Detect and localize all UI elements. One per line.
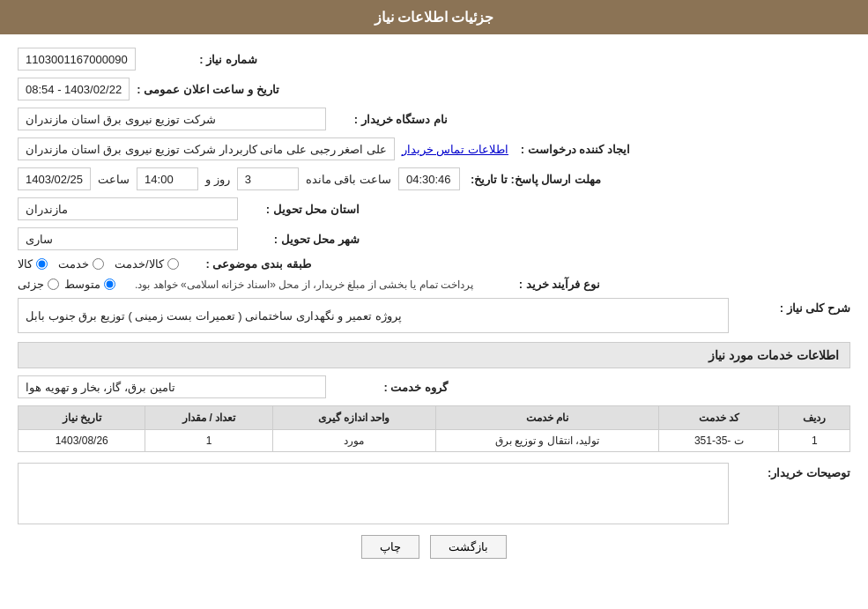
deadline-days-value: 3: [237, 167, 299, 190]
process-medium[interactable]: متوسط: [64, 278, 115, 291]
category-khidmat-label: خدمت: [58, 257, 89, 271]
services-table: ردیف کد خدمت نام خدمت واحد اندازه گیری ت…: [18, 405, 850, 452]
need-description-row: شرح کلی نیاز : پروژه تعمیر و نگهداری ساخ…: [18, 298, 850, 333]
col-code: کد خدمت: [659, 406, 779, 430]
cell-date: 1403/08/26: [19, 430, 145, 452]
service-group-row: گروه خدمت : تامین برق، گاز، بخار و تهویه…: [18, 375, 850, 398]
deadline-time-value: 14:00: [137, 167, 198, 190]
day-label: روز و: [205, 173, 230, 186]
col-row: ردیف: [779, 406, 850, 430]
buyer-row: نام دستگاه خریدار : شرکت توزیع نیروی برق…: [18, 108, 850, 130]
category-row: طبقه بندی موضوعی : کالا/خدمت خدمت کالا: [18, 257, 850, 271]
deadline-label: مهلت ارسال پاسخ: تا تاریخ:: [471, 173, 601, 186]
process-radio-medium[interactable]: [104, 279, 115, 290]
col-date: تاریخ نیاز: [19, 406, 145, 430]
cell-code: ت -35-351: [659, 430, 779, 452]
category-kala-khidmat[interactable]: کالا/خدمت: [115, 257, 179, 271]
category-kala[interactable]: کالا: [18, 257, 48, 271]
time-label: ساعت: [98, 173, 130, 186]
need-desc-value: پروژه تعمیر و نگهداری ساختمانی ( تعمیرات…: [18, 298, 729, 333]
back-button[interactable]: بازگشت: [430, 535, 507, 559]
deadline-row: مهلت ارسال پاسخ: تا تاریخ: 04:30:46 ساعت…: [18, 167, 850, 190]
col-quantity: تعداد / مقدار: [145, 406, 272, 430]
creator-value: علی اصغر رجبی علی مانی کاربردار شرکت توز…: [18, 137, 395, 160]
buyer-notes-input[interactable]: [18, 463, 729, 524]
province-label: استان محل تحویل :: [245, 203, 360, 216]
process-note: پرداخت تمام یا بخشی از مبلغ خریدار، از م…: [135, 279, 473, 291]
announce-date-label: تاریخ و ساعت اعلان عمومی :: [137, 83, 278, 96]
need-number-row: شماره نیاز : 1103001167000090: [18, 48, 850, 71]
page-header: جزئیات اطلاعات نیاز: [0, 0, 868, 34]
buyer-notes-row: توصیحات خریدار:: [18, 463, 850, 524]
table-row: 1 ت -35-351 تولید، انتقال و توزیع برق مو…: [19, 430, 850, 452]
buyer-label: نام دستگاه خریدار :: [333, 113, 448, 126]
announce-date-row: تاریخ و ساعت اعلان عمومی : 1403/02/22 - …: [18, 78, 850, 100]
deadline-remaining-value: 04:30:46: [398, 167, 460, 190]
process-partial[interactable]: جزئی: [18, 278, 59, 291]
need-number-value: 1103001167000090: [18, 48, 136, 71]
city-value: ساری: [18, 227, 238, 250]
col-name: نام خدمت: [435, 406, 659, 430]
need-desc-label: شرح کلی نیاز :: [736, 298, 850, 315]
print-button[interactable]: چاپ: [361, 535, 419, 559]
cell-unit: مورد: [272, 430, 435, 452]
city-row: شهر محل تحویل : ساری: [18, 227, 850, 250]
category-radio-kala-khidmat[interactable]: [167, 258, 179, 270]
cell-row: 1: [779, 430, 850, 452]
process-radio-partial[interactable]: [48, 279, 59, 290]
service-group-value: تامین برق، گاز، بخار و تهویه هوا: [18, 375, 326, 398]
creator-contact-link[interactable]: اطلاعات تماس خریدار: [402, 143, 508, 156]
page-title: جزئیات اطلاعات نیاز: [375, 10, 494, 25]
process-partial-label: جزئی: [18, 278, 44, 291]
province-row: استان محل تحویل : مازندران: [18, 197, 850, 220]
cell-name: تولید، انتقال و توزیع برق: [435, 430, 659, 452]
category-kala-label: کالا: [18, 257, 33, 271]
process-medium-label: متوسط: [64, 278, 100, 291]
category-khidmat[interactable]: خدمت: [58, 257, 104, 271]
buyer-value: شرکت توزیع نیروی برق استان مازندران: [18, 108, 326, 130]
service-group-label: گروه خدمت :: [333, 381, 448, 394]
announce-date-value: 1403/02/22 - 08:54: [18, 78, 130, 100]
category-radio-kala[interactable]: [36, 258, 48, 270]
city-label: شهر محل تحویل :: [245, 233, 360, 246]
cell-quantity: 1: [145, 430, 272, 452]
category-kala-khidmat-label: کالا/خدمت: [115, 257, 164, 271]
process-row: نوع فرآیند خرید : پرداخت تمام یا بخشی از…: [18, 278, 850, 291]
remaining-label: ساعت باقی مانده: [306, 173, 391, 186]
col-unit: واحد اندازه گیری: [272, 406, 435, 430]
category-label: طبقه بندی موضوعی :: [197, 257, 311, 271]
category-radio-khidmat[interactable]: [93, 258, 104, 270]
creator-label: ایجاد کننده درخواست :: [516, 143, 630, 156]
creator-row: ایجاد کننده درخواست : اطلاعات تماس خریدا…: [18, 137, 850, 160]
buyer-notes-label: توصیحات خریدار:: [736, 463, 850, 479]
deadline-date-value: 1403/02/25: [18, 167, 91, 190]
service-section-title: اطلاعات خدمات مورد نیاز: [18, 342, 850, 368]
process-label: نوع فرآیند خرید :: [486, 278, 600, 291]
button-row: بازگشت چاپ: [18, 535, 850, 576]
need-number-label: شماره نیاز :: [143, 53, 257, 66]
province-value: مازندران: [18, 197, 238, 220]
